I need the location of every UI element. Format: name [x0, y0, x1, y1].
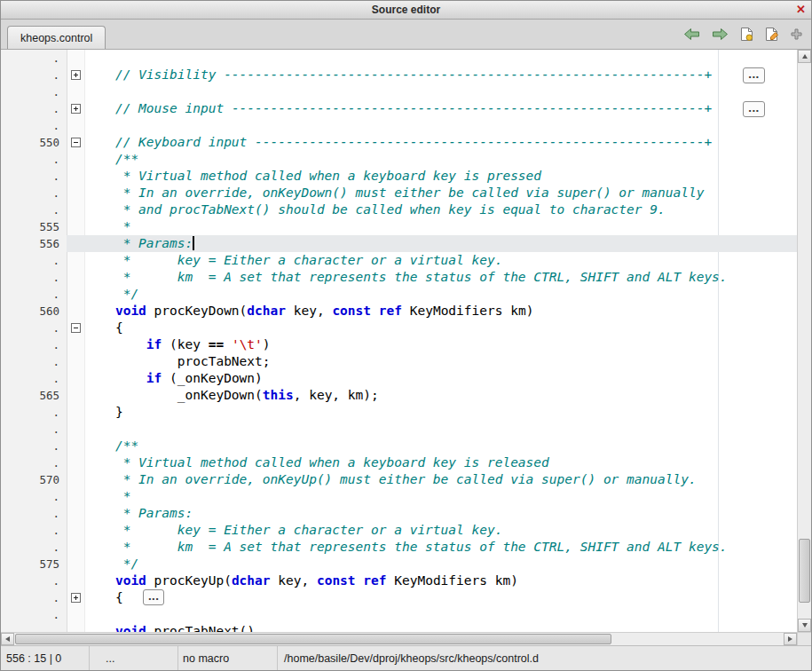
fold-ellipsis-badge[interactable]: ... [743, 101, 765, 117]
fold-icon[interactable] [71, 138, 81, 147]
line-number: . [1, 421, 67, 438]
code-line[interactable]: 560 void procKeyDown(dchar key, const re… [1, 303, 797, 320]
fold-ellipsis-badge[interactable]: ... [743, 67, 765, 83]
close-icon[interactable]: ✕ [796, 2, 806, 17]
fold-icon[interactable] [71, 70, 81, 80]
code-line[interactable]: . // Mouse input -----------------------… [1, 100, 797, 117]
code-line[interactable]: 565 _onKeyDown(this, key, km); [1, 387, 797, 404]
fold-gutter-cell [67, 572, 84, 589]
triangle-up-icon [802, 54, 808, 59]
code-text: * and procTabNext() should be called whe… [84, 201, 797, 218]
triangle-left-icon [5, 636, 10, 642]
line-number: . [1, 404, 67, 421]
code-line[interactable]: . if (_onKeyDown) [1, 370, 797, 387]
horizontal-scroll-thumb[interactable] [15, 634, 611, 644]
code-text: if (key == '\t') [84, 336, 797, 353]
code-line[interactable]: 570 * In an override, onKeyUp() must eit… [1, 471, 797, 488]
line-number: 550 [1, 134, 67, 151]
code-line[interactable]: 575 */ [1, 556, 797, 572]
code-line[interactable]: . [1, 50, 797, 67]
code-line[interactable]: . * Params: [1, 505, 797, 522]
line-number: . [1, 353, 67, 370]
code-text: void procKeyUp(dchar key, const ref KeyM… [84, 572, 797, 589]
fold-icon[interactable] [71, 593, 81, 603]
detach-button[interactable] [791, 28, 802, 40]
arrow-left-icon [683, 28, 700, 41]
edit-document-button[interactable] [765, 27, 779, 42]
code-line[interactable]: . [1, 83, 797, 100]
code-line[interactable]: . void procKeyUp(dchar key, const ref Ke… [1, 572, 797, 589]
code-line[interactable]: . [1, 606, 797, 623]
code-line[interactable]: . { [1, 320, 797, 336]
vertical-scrollbar[interactable] [797, 50, 811, 632]
code-line[interactable]: . * key = Either a character or a virtua… [1, 522, 797, 539]
code-line[interactable]: . */ [1, 286, 797, 303]
fold-icon[interactable] [71, 323, 81, 333]
document-icon [740, 27, 753, 42]
code-line[interactable]: . [1, 421, 797, 438]
code-text: * In an override, onKeyUp() must either … [84, 471, 797, 488]
save-document-button[interactable] [740, 27, 753, 42]
fold-gutter-cell [67, 370, 84, 387]
fold-gutter-cell [67, 589, 84, 606]
code-text: * Virtual method called when a keyboard … [84, 454, 797, 471]
code-line[interactable]: . // Visibility ------------------------… [1, 67, 797, 83]
code-text: // Visibility --------------------------… [84, 67, 797, 83]
editor[interactable]: .. // Visibility -----------------------… [1, 50, 811, 632]
tab-kheops-control[interactable]: kheops.control [7, 26, 106, 49]
text-cursor [193, 236, 194, 250]
code-line[interactable]: 550 // Keyboard input ------------------… [1, 134, 797, 151]
code-line[interactable]: . if (key == '\t') [1, 336, 797, 353]
code-text: * [84, 488, 797, 505]
fold-gutter-cell [67, 269, 84, 286]
code-line[interactable]: . * Virtual method called when a keyboar… [1, 454, 797, 471]
code-line[interactable]: . * In an override, onKeyDown() must eit… [1, 185, 797, 201]
line-number: 575 [1, 556, 67, 572]
code-line[interactable]: 556 * Params: [1, 235, 797, 252]
code-line[interactable]: . /** [1, 151, 797, 168]
code-text: */ [84, 286, 797, 303]
code-line[interactable]: . * Virtual method called when a keyboar… [1, 168, 797, 185]
horizontal-scrollbar[interactable] [1, 632, 811, 645]
fold-gutter-cell [67, 83, 84, 100]
fold-ellipsis-badge[interactable]: ... [143, 589, 165, 605]
code-line[interactable]: . * [1, 488, 797, 505]
line-number: . [1, 269, 67, 286]
code-line[interactable]: . * and procTabNext() should be called w… [1, 201, 797, 218]
code-line[interactable]: . * key = Either a character or a virtua… [1, 252, 797, 269]
fold-gutter-cell [67, 556, 84, 572]
scroll-down-button[interactable] [798, 619, 811, 632]
code-text: * key = Either a character or a virtual … [84, 252, 797, 269]
back-button[interactable] [683, 28, 700, 41]
line-number: . [1, 201, 67, 218]
fold-icon[interactable] [71, 104, 81, 114]
code-line[interactable]: . * km = A set that represents the statu… [1, 539, 797, 556]
fold-gutter-cell [67, 623, 84, 632]
fold-gutter-cell [67, 168, 84, 185]
code-line[interactable]: . {... [1, 589, 797, 606]
scroll-right-button[interactable] [784, 633, 797, 645]
scroll-left-button[interactable] [1, 633, 14, 645]
code-line[interactable]: . procTabNext; [1, 353, 797, 370]
vertical-scroll-thumb[interactable] [799, 539, 810, 603]
fold-gutter-cell [67, 235, 84, 252]
code-line[interactable]: . * km = A set that represents the statu… [1, 269, 797, 286]
fold-gutter-cell [67, 286, 84, 303]
forward-button[interactable] [712, 28, 729, 41]
code-line[interactable]: . } [1, 404, 797, 421]
titlebar[interactable]: Source editor ✕ [1, 1, 811, 20]
code-text: * Params: [84, 505, 797, 522]
code-line[interactable]: . [1, 117, 797, 134]
tab-bar: kheops.control [1, 20, 811, 50]
window-title: Source editor [372, 4, 440, 16]
code-line[interactable]: . void procTabNext() [1, 623, 797, 632]
code-line[interactable]: . /** [1, 438, 797, 454]
fold-gutter-cell [67, 471, 84, 488]
scroll-up-button[interactable] [798, 50, 811, 63]
fold-gutter-cell [67, 421, 84, 438]
code-line[interactable]: 555 * [1, 218, 797, 235]
code-text: { [84, 320, 797, 336]
line-number: . [1, 100, 67, 117]
line-number: . [1, 286, 67, 303]
line-number: . [1, 168, 67, 185]
